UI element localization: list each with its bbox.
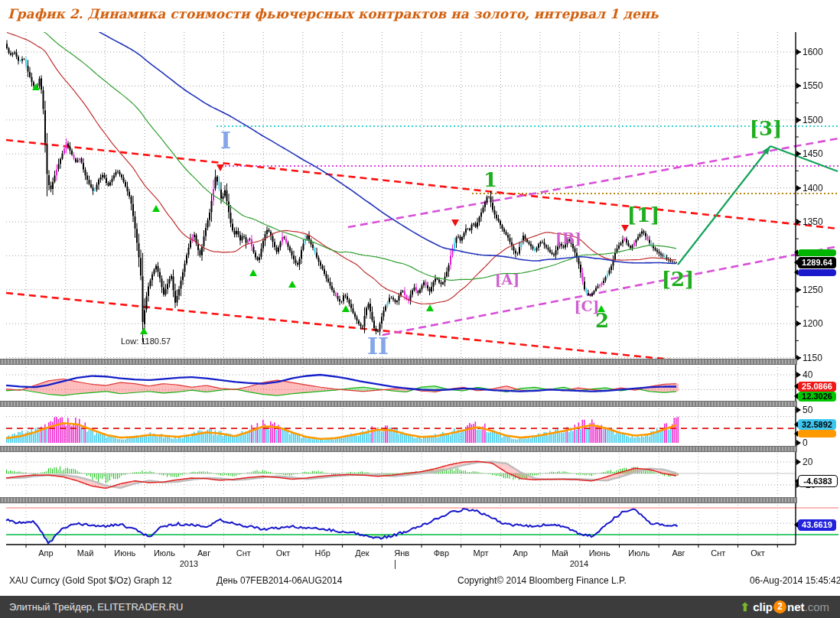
status-copyright: Copyright© 2014 Bloomberg Finance L.P. [457, 575, 627, 586]
month-label: Авг [662, 548, 695, 558]
elliott-label: [C] [574, 298, 599, 314]
price-tick-label: 1450 [803, 148, 838, 159]
panel-tick-label: 0 [803, 437, 838, 448]
elliott-label: [2] [662, 268, 695, 291]
price-tick-label: 1500 [803, 115, 838, 125]
elliott-label: I [220, 127, 231, 154]
logo-clip: clip [753, 600, 773, 613]
footer-site-label: Элитный Трейдер, ELITETRADER.RU [0, 601, 183, 613]
price-tick-label: 1600 [803, 47, 838, 57]
price-tick-label: 1350 [803, 216, 838, 227]
month-label: Июль [622, 548, 656, 558]
axis-value-badge: 43.6619 [798, 519, 836, 531]
axis-value-badge: 12.3026 [798, 392, 836, 402]
status-datetime: 06-Aug-2014 15:45:42 [750, 575, 840, 586]
axis-value-badge [798, 269, 836, 276]
month-label: Июнь [108, 548, 142, 558]
month-label: Июнь [583, 548, 617, 558]
panel-separator [0, 446, 797, 452]
month-label: Янв [385, 548, 418, 558]
month-label: Апр [503, 548, 537, 558]
status-instrument: XAU Curncy (Gold Spot $/Oz) Graph 12 [9, 575, 172, 586]
month-label: Снт [702, 548, 735, 558]
clip2net-logo[interactable]: ⬆clip2net.com [741, 600, 840, 614]
month-label: Снт [226, 548, 260, 558]
elliott-label: 1 [483, 168, 497, 191]
month-label: Дек [345, 548, 379, 558]
month-label: Мрт [464, 548, 498, 558]
footer-bar: Элитный Трейдер, ELITETRADER.RU ⬆clip2ne… [0, 596, 840, 618]
low-price-label: Low: 1180.57 [121, 337, 171, 346]
chart-overlay-labels: 1150120012501350140014501500155016004050… [0, 0, 840, 618]
axis-value-badge: -4.6383 [798, 475, 838, 487]
panel-separator [0, 401, 797, 407]
axis-value-badge [798, 430, 836, 437]
elliott-label: [1] [627, 203, 660, 226]
price-tick-label: 1550 [803, 80, 838, 91]
axis-value-badge: 25.0866 [798, 382, 836, 392]
elliott-label: [A] [495, 271, 520, 288]
price-tick-label: 1200 [803, 318, 838, 329]
bloomberg-gold-chart-screenshot: График 2. Динамика стоимости фьючерсных … [0, 0, 840, 618]
panel-tick-label: 20 [803, 457, 838, 467]
month-label: Окт [266, 548, 300, 558]
month-label: Фвр [425, 548, 458, 558]
month-label: Июль [148, 548, 181, 558]
upload-arrow-icon: ⬆ [741, 600, 750, 614]
panel-tick-label: 40 [803, 369, 838, 380]
logo-net: net [787, 600, 805, 613]
price-tick-label: 1400 [803, 183, 838, 194]
panel-separator [0, 359, 797, 365]
month-label: Авг [187, 548, 221, 558]
year-label: 2014 [562, 559, 596, 568]
month-label: Май [543, 548, 577, 558]
status-period: День 07FEB2014-06AUG2014 [217, 575, 342, 586]
month-label: Окт [741, 548, 774, 558]
month-label: Апр [29, 548, 63, 558]
month-label: Нбр [306, 548, 340, 558]
axis-value-badge [798, 249, 836, 256]
year-label: 2013 [172, 559, 206, 568]
elliott-label: [B] [555, 229, 581, 246]
logo-dotcom: .com [804, 600, 829, 613]
price-tick-label: 1150 [803, 353, 838, 363]
year-separator-tick [395, 560, 396, 569]
price-tick-label: 1250 [803, 285, 838, 295]
panel-tick-label: 50 [803, 405, 838, 415]
logo-two-badge: 2 [773, 600, 786, 613]
axis-value-badge: 32.5892 [798, 419, 836, 430]
elliott-label: [3] [750, 117, 783, 140]
axis-value-badge: 1289.64 [798, 257, 836, 268]
panel-separator [0, 497, 797, 503]
month-label: Май [69, 548, 103, 558]
elliott-label: II [367, 333, 389, 359]
